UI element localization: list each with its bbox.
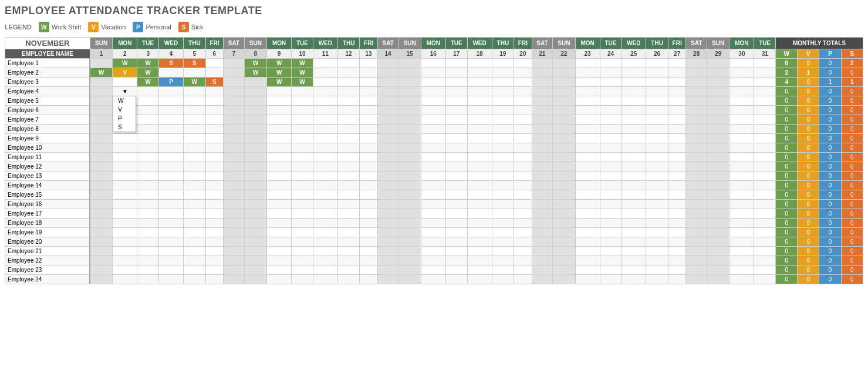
attendance-cell-3[interactable]: [137, 96, 159, 106]
attendance-cell-24[interactable]: [600, 237, 622, 247]
attendance-cell-13[interactable]: [360, 96, 377, 106]
attendance-cell-6[interactable]: [205, 237, 223, 247]
attendance-cell-30[interactable]: [729, 59, 754, 68]
attendance-cell-4[interactable]: [159, 200, 184, 209]
attendance-cell-14[interactable]: [377, 125, 398, 134]
attendance-cell-14[interactable]: [377, 68, 398, 78]
attendance-cell-22[interactable]: [553, 237, 575, 247]
attendance-cell-15[interactable]: [398, 87, 421, 96]
attendance-cell-15[interactable]: [398, 200, 421, 209]
attendance-cell-13[interactable]: [360, 209, 377, 219]
attendance-cell-4[interactable]: [159, 275, 184, 284]
attendance-cell-19[interactable]: [492, 68, 514, 78]
attendance-cell-2[interactable]: ▼WVPS: [113, 87, 137, 96]
attendance-cell-4[interactable]: S: [159, 59, 184, 68]
attendance-cell-8[interactable]: [244, 96, 266, 106]
attendance-cell-7[interactable]: [224, 209, 245, 219]
attendance-cell-26[interactable]: [646, 266, 668, 275]
attendance-cell-26[interactable]: [646, 134, 668, 143]
attendance-cell-26[interactable]: [646, 228, 668, 237]
attendance-cell-23[interactable]: [575, 143, 600, 153]
attendance-cell-26[interactable]: [646, 200, 668, 209]
attendance-cell-9[interactable]: [267, 96, 292, 106]
dropdown-option-v[interactable]: V: [113, 105, 136, 114]
attendance-cell-6[interactable]: [205, 59, 223, 68]
attendance-cell-4[interactable]: [159, 256, 184, 266]
attendance-cell-31[interactable]: [754, 68, 776, 78]
attendance-cell-30[interactable]: [729, 162, 754, 172]
attendance-cell-3[interactable]: [137, 134, 159, 143]
attendance-cell-4[interactable]: [159, 68, 184, 78]
attendance-cell-27[interactable]: [668, 78, 685, 87]
attendance-cell-14[interactable]: [377, 256, 398, 266]
attendance-cell-15[interactable]: [398, 162, 421, 172]
dropdown-option-w[interactable]: W: [113, 96, 136, 105]
attendance-cell-12[interactable]: [337, 275, 360, 284]
attendance-cell-29[interactable]: [707, 256, 729, 266]
attendance-cell-13[interactable]: [360, 181, 377, 190]
attendance-cell-12[interactable]: [337, 59, 360, 68]
attendance-cell-9[interactable]: [267, 181, 292, 190]
attendance-cell-16[interactable]: [421, 237, 445, 247]
attendance-cell-21[interactable]: [532, 78, 553, 87]
attendance-cell-10[interactable]: [292, 200, 313, 209]
attendance-cell-30[interactable]: [729, 228, 754, 237]
attendance-cell-26[interactable]: [646, 219, 668, 228]
attendance-cell-27[interactable]: [668, 256, 685, 266]
attendance-cell-1[interactable]: [90, 143, 112, 153]
attendance-cell-29[interactable]: [707, 115, 729, 125]
attendance-cell-25[interactable]: [622, 162, 646, 172]
attendance-cell-13[interactable]: [360, 106, 377, 115]
attendance-cell-23[interactable]: [575, 153, 600, 162]
attendance-cell-24[interactable]: [600, 115, 622, 125]
attendance-cell-20[interactable]: [514, 237, 532, 247]
attendance-cell-2[interactable]: W: [113, 59, 137, 68]
attendance-cell-4[interactable]: [159, 87, 184, 96]
attendance-cell-30[interactable]: [729, 115, 754, 125]
attendance-cell-14[interactable]: [377, 59, 398, 68]
attendance-cell-19[interactable]: [492, 153, 514, 162]
attendance-cell-11[interactable]: [313, 190, 337, 200]
attendance-cell-14[interactable]: [377, 209, 398, 219]
attendance-cell-22[interactable]: [553, 200, 575, 209]
attendance-cell-6[interactable]: [205, 162, 223, 172]
attendance-cell-16[interactable]: [421, 200, 445, 209]
attendance-cell-19[interactable]: [492, 219, 514, 228]
attendance-cell-31[interactable]: [754, 247, 776, 256]
attendance-cell-14[interactable]: [377, 162, 398, 172]
attendance-cell-15[interactable]: [398, 190, 421, 200]
attendance-cell-22[interactable]: [553, 209, 575, 219]
attendance-cell-1[interactable]: [90, 200, 112, 209]
attendance-cell-2[interactable]: [113, 209, 137, 219]
attendance-cell-17[interactable]: [445, 96, 467, 106]
attendance-cell-29[interactable]: [707, 219, 729, 228]
attendance-cell-3[interactable]: [137, 162, 159, 172]
attendance-cell-15[interactable]: [398, 172, 421, 181]
attendance-cell-10[interactable]: [292, 266, 313, 275]
attendance-cell-29[interactable]: [707, 190, 729, 200]
attendance-cell-28[interactable]: [686, 275, 707, 284]
attendance-cell-27[interactable]: [668, 134, 685, 143]
attendance-cell-20[interactable]: [514, 200, 532, 209]
attendance-cell-10[interactable]: [292, 125, 313, 134]
attendance-cell-9[interactable]: [267, 266, 292, 275]
attendance-cell-27[interactable]: [668, 87, 685, 96]
attendance-cell-5[interactable]: [184, 125, 206, 134]
attendance-cell-31[interactable]: [754, 153, 776, 162]
attendance-cell-7[interactable]: [224, 143, 245, 153]
attendance-cell-26[interactable]: [646, 172, 668, 181]
attendance-cell-15[interactable]: [398, 106, 421, 115]
attendance-cell-12[interactable]: [337, 162, 360, 172]
attendance-cell-15[interactable]: [398, 219, 421, 228]
attendance-cell-25[interactable]: [622, 247, 646, 256]
attendance-cell-8[interactable]: [244, 134, 266, 143]
attendance-cell-21[interactable]: [532, 275, 553, 284]
attendance-cell-25[interactable]: [622, 143, 646, 153]
attendance-cell-26[interactable]: [646, 153, 668, 162]
attendance-cell-5[interactable]: [184, 237, 206, 247]
attendance-cell-6[interactable]: [205, 209, 223, 219]
attendance-cell-18[interactable]: [467, 143, 492, 153]
attendance-cell-12[interactable]: [337, 237, 360, 247]
attendance-cell-10[interactable]: [292, 162, 313, 172]
attendance-cell-14[interactable]: [377, 134, 398, 143]
